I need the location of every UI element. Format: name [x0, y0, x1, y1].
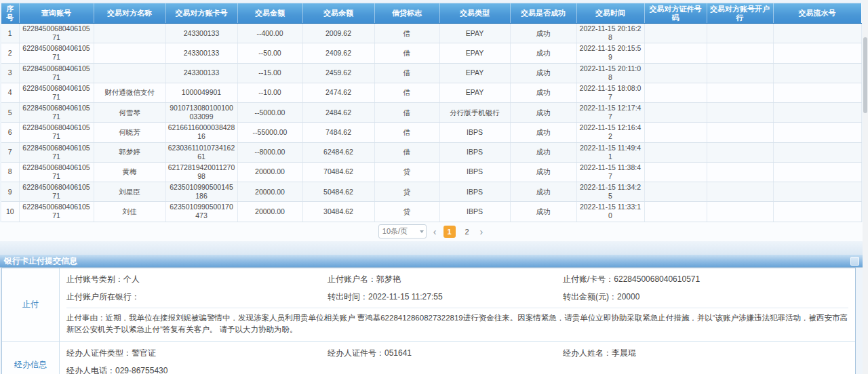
pagination-bar: 10条/页 ‹ 1 2 › — [0, 222, 863, 241]
cell-success: 成功 — [510, 103, 576, 123]
cell-counterparty-card: 6235010990500170473 — [165, 202, 237, 222]
field-label: 止付账号类别： — [66, 274, 123, 284]
field-account-name: 止付账户名：郭梦艳 — [328, 274, 563, 285]
cell-amount: 20000.00 — [237, 162, 302, 182]
cell-balance: 70484.62 — [302, 162, 374, 182]
table-row[interactable]: 6 6228450068040610571 何晓芳 62166116000038… — [1, 123, 861, 142]
cell-seq: 10 — [1, 202, 19, 222]
field-label: 止付账户所在银行： — [66, 292, 140, 302]
table-row[interactable]: 1 6228450068040610571 243300133 --400.00… — [1, 24, 861, 43]
cell-serial-no — [773, 24, 861, 43]
table-row[interactable]: 3 6228450068040610571 243300133 --15.00 … — [1, 63, 861, 83]
column-header-type: 交易类型 — [439, 3, 510, 24]
cell-amount: 20000.00 — [237, 182, 302, 202]
cell-serial-no — [773, 123, 861, 142]
cell-success: 成功 — [510, 43, 576, 63]
page-button-1[interactable]: 1 — [443, 226, 456, 238]
bank-stop-payment-page: 序号 查询账号 交易对方名称 交易对方账卡号 交易金额 交易余额 借贷标志 交易… — [0, 0, 868, 374]
cell-serial-no — [773, 103, 861, 123]
transactions-table: 序号 查询账号 交易对方名称 交易对方账卡号 交易金额 交易余额 借贷标志 交易… — [1, 3, 862, 222]
field-value: 029-86755430 — [115, 366, 167, 374]
cell-balance: 50484.62 — [302, 182, 374, 202]
cell-type: EPAY — [439, 43, 510, 63]
cell-balance: 62484.62 — [302, 142, 374, 162]
cell-counterparty-name — [94, 24, 165, 43]
cell-seq: 4 — [1, 83, 19, 102]
table-row[interactable]: 10 6228450068040610571 刘佳 62350109905001… — [1, 202, 861, 222]
collapse-icon[interactable] — [850, 257, 859, 266]
cell-counterparty-id — [644, 24, 707, 43]
cell-query-account: 6228450068040610571 — [19, 123, 94, 142]
cell-balance: 2474.62 — [302, 83, 374, 102]
field-account-bank: 止付账户所在银行： — [66, 291, 328, 303]
column-header-debit-credit: 借贷标志 — [374, 3, 439, 24]
cell-success: 成功 — [510, 182, 576, 202]
cell-seq: 5 — [1, 103, 19, 123]
cell-counterparty-name: 刘佳 — [94, 202, 165, 222]
column-header-amount: 交易金额 — [237, 3, 302, 24]
cell-time: 2022-11-15 11:49:41 — [576, 142, 644, 162]
cell-debit-credit: 借 — [374, 103, 439, 123]
cell-balance: 2484.62 — [302, 103, 374, 123]
page-size-select[interactable]: 10条/页 — [378, 224, 427, 238]
field-value: 6228450068040610571 — [614, 274, 700, 284]
cell-counterparty-bank — [707, 103, 773, 123]
group-label-jingban: 经办信息 — [2, 342, 60, 374]
table-row[interactable]: 8 6228450068040610571 黄梅 621728194200112… — [1, 162, 861, 182]
cell-success: 成功 — [510, 202, 576, 222]
cell-counterparty-id — [644, 103, 707, 123]
section-gap — [0, 241, 863, 255]
cell-counterparty-bank — [707, 182, 773, 202]
cell-counterparty-id — [644, 123, 707, 142]
cell-counterparty-card: 243300133 — [165, 24, 237, 43]
cell-counterparty-card: 6230361101073416261 — [165, 142, 237, 162]
vertical-scrollbar[interactable] — [863, 0, 868, 374]
cell-counterparty-id — [644, 63, 707, 83]
cell-debit-credit: 借 — [374, 83, 439, 102]
cell-counterparty-id — [644, 43, 707, 63]
next-page-button[interactable]: › — [479, 226, 485, 238]
cell-query-account: 6228450068040610571 — [19, 43, 94, 63]
cell-balance: 30484.62 — [302, 202, 374, 222]
handler-info-group: 经办信息 经办人证件类型：警官证 经办人证件号：051641 经办人姓名：李晨琨… — [2, 341, 855, 374]
cell-query-account: 6228450068040610571 — [19, 24, 94, 43]
column-header-counterparty-id: 交易对方证件号码 — [644, 3, 707, 24]
cell-seq: 1 — [1, 24, 19, 43]
field-handler-id-number: 经办人证件号：051641 — [328, 348, 563, 359]
cell-success: 成功 — [510, 142, 576, 162]
cell-amount: --5000.00 — [237, 103, 302, 123]
cell-counterparty-card: 6217281942001127098 — [165, 162, 237, 182]
cell-type: IBPS — [439, 142, 510, 162]
scrollbar-thumb[interactable] — [863, 37, 867, 113]
page-button-2[interactable]: 2 — [461, 226, 473, 238]
cell-debit-credit: 借 — [374, 63, 439, 83]
cell-amount: --55000.00 — [237, 123, 302, 142]
field-label: 经办人电话： — [66, 366, 115, 374]
prev-page-button[interactable]: ‹ — [432, 226, 438, 238]
field-handler-id-type: 经办人证件类型：警官证 — [66, 348, 328, 359]
field-label: 经办人证件类型： — [66, 348, 132, 358]
transactions-header-row: 序号 查询账号 交易对方名称 交易对方账卡号 交易金额 交易余额 借贷标志 交易… — [1, 3, 861, 24]
cell-type: 分行版手机银行 — [439, 103, 510, 123]
table-row[interactable]: 4 6228450068040610571 财付通微信支付 1000049901… — [1, 83, 861, 102]
cell-counterparty-bank — [707, 142, 773, 162]
column-header-serial-no: 交易流水号 — [773, 3, 861, 24]
field-card-number: 止付账/卡号：6228450068040610571 — [563, 274, 848, 285]
cell-serial-no — [773, 63, 861, 83]
table-row[interactable]: 7 6228450068040610571 郭梦婷 62303611010734… — [1, 142, 861, 162]
table-row[interactable]: 5 6228450068040610571 何雪琴 90107130801001… — [1, 103, 861, 123]
cell-counterparty-card: 243300133 — [165, 63, 237, 83]
page-size-value: 10条/页 — [382, 227, 408, 235]
cell-time: 2022-11-15 20:11:08 — [576, 63, 644, 83]
column-header-seq: 序号 — [1, 3, 19, 24]
cell-serial-no — [773, 43, 861, 63]
field-row: 经办人电话：029-86755430 — [66, 361, 848, 374]
cell-query-account: 6228450068040610571 — [19, 162, 94, 182]
cell-query-account: 6228450068040610571 — [19, 83, 94, 102]
cell-query-account: 6228450068040610571 — [19, 202, 94, 222]
field-row: 经办人证件类型：警官证 经办人证件号：051641 经办人姓名：李晨琨 — [66, 344, 848, 361]
table-row[interactable]: 2 6228450068040610571 243300133 --50.00 … — [1, 43, 861, 63]
cell-counterparty-bank — [707, 162, 773, 182]
table-row[interactable]: 9 6228450068040610571 刘星臣 62350109905001… — [1, 182, 861, 202]
field-value: 警官证 — [132, 348, 156, 358]
